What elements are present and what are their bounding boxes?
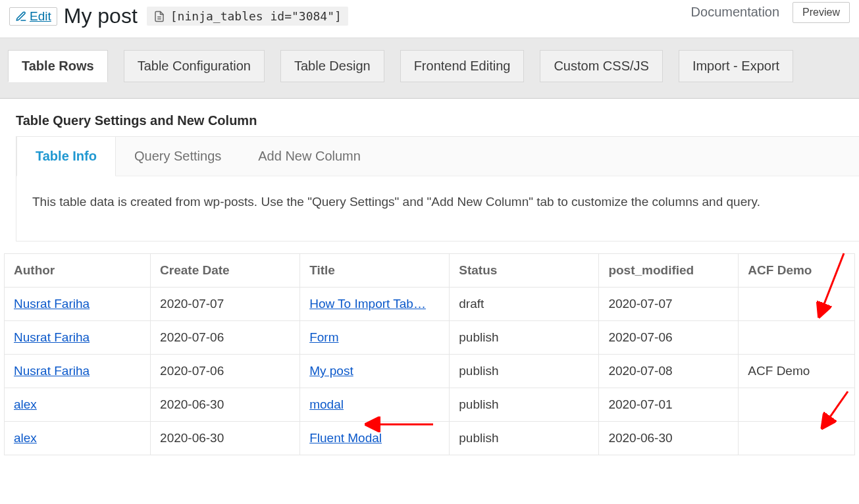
cell-post_modified: 2020-07-06 — [599, 321, 739, 355]
main-tab-table-configuration[interactable]: Table Configuration — [124, 50, 265, 82]
column-header-title[interactable]: Title — [300, 254, 450, 288]
documentation-link[interactable]: Documentation — [691, 5, 780, 20]
column-header-author[interactable]: Author — [5, 254, 151, 288]
page-title: My post — [57, 4, 147, 28]
panel-info-text: This table data is created from wp-posts… — [16, 176, 859, 241]
title-link[interactable]: modal — [309, 397, 344, 411]
cell-author: Nusrat Fariha — [5, 288, 151, 321]
main-tab-custom-css-js[interactable]: Custom CSS/JS — [540, 50, 662, 82]
section-title: Table Query Settings and New Column — [0, 99, 859, 136]
title-link[interactable]: My post — [309, 364, 353, 378]
cell-title: Form — [300, 321, 450, 355]
table-row: alex2020-06-30modalpublish2020-07-01 — [5, 388, 855, 422]
cell-status: publish — [450, 388, 599, 422]
cell-author: Nusrat Fariha — [5, 355, 151, 388]
cell-status: publish — [450, 422, 599, 455]
cell-status: publish — [450, 321, 599, 355]
shortcode-box[interactable]: [ninja_tables id="3084"] — [147, 7, 348, 26]
cell-acf_demo — [739, 388, 855, 422]
column-header-post-modified[interactable]: post_modified — [599, 254, 739, 288]
cell-author: alex — [5, 388, 151, 422]
title-link[interactable]: How To Import Tab… — [309, 297, 426, 311]
cell-create_date: 2020-07-07 — [151, 288, 300, 321]
cell-title: How To Import Tab… — [300, 288, 450, 321]
sub-tab-table-info[interactable]: Table Info — [16, 137, 116, 176]
main-tab-table-rows[interactable]: Table Rows — [8, 50, 108, 82]
shortcode-text: [ninja_tables id="3084"] — [170, 9, 342, 23]
edit-icon — [15, 11, 27, 22]
author-link[interactable]: alex — [14, 397, 37, 411]
cell-post_modified: 2020-07-08 — [599, 355, 739, 388]
author-link[interactable]: Nusrat Fariha — [14, 330, 90, 344]
author-link[interactable]: Nusrat Fariha — [14, 364, 90, 378]
author-link[interactable]: Nusrat Fariha — [14, 297, 90, 311]
cell-status: draft — [450, 288, 599, 321]
sub-tab-add-new-column[interactable]: Add New Column — [240, 137, 379, 176]
posts-table: AuthorCreate DateTitleStatuspost_modifie… — [4, 253, 855, 455]
table-row: Nusrat Fariha2020-07-06Formpublish2020-0… — [5, 321, 855, 355]
cell-acf_demo — [739, 288, 855, 321]
cell-title: Fluent Modal — [300, 422, 450, 455]
cell-acf_demo: ACF Demo — [739, 355, 855, 388]
cell-acf_demo — [739, 422, 855, 455]
cell-post_modified: 2020-06-30 — [599, 422, 739, 455]
edit-button-label: Edit — [30, 9, 51, 24]
cell-create_date: 2020-06-30 — [151, 422, 300, 455]
preview-button[interactable]: Preview — [793, 2, 850, 23]
main-tab-frontend-editing[interactable]: Frontend Editing — [400, 50, 525, 82]
table-row: Nusrat Fariha2020-07-07How To Import Tab… — [5, 288, 855, 321]
edit-button[interactable]: Edit — [9, 7, 57, 26]
cell-create_date: 2020-07-06 — [151, 355, 300, 388]
cell-post_modified: 2020-07-01 — [599, 388, 739, 422]
sub-tab-query-settings[interactable]: Query Settings — [116, 137, 240, 176]
cell-title: modal — [300, 388, 450, 422]
column-header-status[interactable]: Status — [450, 254, 599, 288]
cell-create_date: 2020-06-30 — [151, 388, 300, 422]
column-header-create-date[interactable]: Create Date — [151, 254, 300, 288]
main-tab-table-design[interactable]: Table Design — [280, 50, 384, 82]
author-link[interactable]: alex — [14, 431, 37, 445]
title-link[interactable]: Fluent Modal — [309, 431, 382, 445]
cell-post_modified: 2020-07-07 — [599, 288, 739, 321]
cell-author: alex — [5, 422, 151, 455]
cell-create_date: 2020-07-06 — [151, 321, 300, 355]
table-row: Nusrat Fariha2020-07-06My postpublish202… — [5, 355, 855, 388]
main-tab-import-export[interactable]: Import - Export — [679, 50, 793, 82]
document-icon — [153, 11, 165, 22]
cell-author: Nusrat Fariha — [5, 321, 151, 355]
column-header-acf-demo[interactable]: ACF Demo — [739, 254, 855, 288]
cell-status: publish — [450, 355, 599, 388]
cell-acf_demo — [739, 321, 855, 355]
table-row: alex2020-06-30Fluent Modalpublish2020-06… — [5, 422, 855, 455]
title-link[interactable]: Form — [309, 330, 338, 344]
cell-title: My post — [300, 355, 450, 388]
